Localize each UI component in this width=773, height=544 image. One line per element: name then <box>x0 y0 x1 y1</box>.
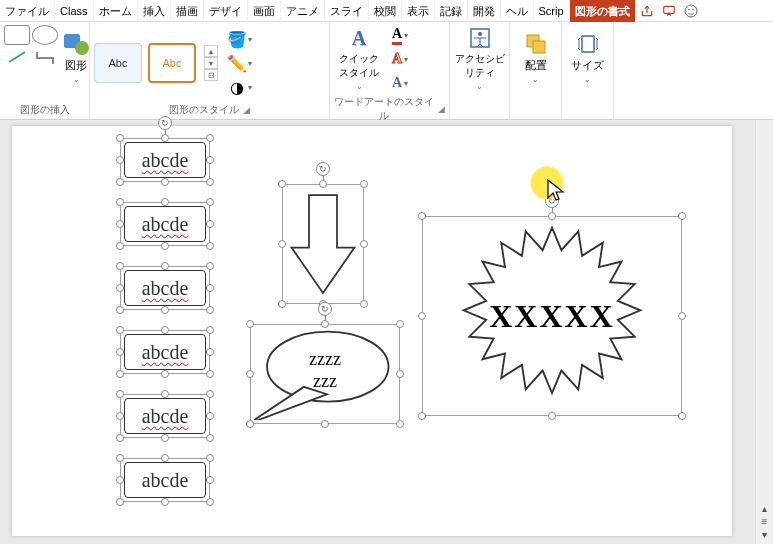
tab-draw[interactable]: 描画 <box>171 0 204 22</box>
scroll-down-icon[interactable]: ▾ <box>762 529 767 540</box>
shape-ellipse-icon <box>32 25 58 45</box>
slide[interactable]: abcde abcde abcde abcde abcde abcde <box>12 126 732 536</box>
tab-developer[interactable]: 開発 <box>468 0 501 22</box>
comments-icon[interactable] <box>658 0 680 22</box>
tab-classroom[interactable]: Class <box>55 0 94 22</box>
menu-bar: ファイル Class ホーム 挿入 描画 デザイ 画面 アニメ スライ 校閲 表… <box>0 0 773 22</box>
size-icon <box>576 32 600 56</box>
group-wordart: A クイック スタイル ⌄ A▾ A▾ A▾ ワードアートのスタイル◢ <box>330 22 450 119</box>
svg-point-6 <box>75 41 89 55</box>
chevron-down-icon: ⌄ <box>476 82 483 91</box>
tab-transitions[interactable]: 画面 <box>248 0 281 22</box>
shape-outline-button[interactable]: ✏️▾ <box>228 53 252 73</box>
launcher-icon[interactable]: ◢ <box>438 104 445 114</box>
text-outline-button[interactable]: A▾ <box>392 49 408 69</box>
rotate-handle[interactable] <box>158 116 172 130</box>
rotate-handle[interactable] <box>318 302 332 316</box>
group-label-size <box>566 104 609 119</box>
bubble-text[interactable]: zzzz zzz <box>266 340 384 402</box>
arrange-button[interactable]: 配置 ⌄ <box>514 25 557 91</box>
tab-script[interactable]: Scrip <box>534 0 570 22</box>
scroll-thumb[interactable]: ≡ <box>762 516 768 527</box>
text-effects-button[interactable]: A▾ <box>392 73 408 93</box>
starburst-text[interactable]: XXXXX <box>428 222 676 410</box>
vertical-scrollbar[interactable]: ▴ ≡ ▾ <box>755 120 773 544</box>
shape-text[interactable]: abcde <box>126 336 204 368</box>
svg-rect-10 <box>533 41 545 53</box>
svg-point-8 <box>478 32 482 36</box>
quick-styles-button[interactable]: A クイック スタイル ⌄ <box>334 26 384 92</box>
svg-rect-11 <box>582 36 594 52</box>
shape-text[interactable]: abcde <box>126 272 204 304</box>
shape-starburst[interactable]: XXXXX <box>422 216 682 416</box>
shapes-button[interactable]: 図形 ⌄ <box>62 25 90 91</box>
shape-style-gallery[interactable]: Abc Abc Abc ▴▾⊟ <box>94 43 218 83</box>
chevron-down-icon: ⌄ <box>584 75 591 84</box>
shape-rect-4[interactable]: abcde <box>120 330 210 374</box>
shape-speech-bubble[interactable]: zzzz zzz <box>250 324 400 424</box>
shape-text[interactable]: abcde <box>126 400 204 432</box>
group-label-accessibility <box>454 104 505 119</box>
tab-help[interactable]: ヘル <box>501 0 534 22</box>
chevron-down-icon: ⌄ <box>356 82 363 91</box>
bucket-icon: 🪣 <box>228 30 246 48</box>
tab-home[interactable]: ホーム <box>94 0 138 22</box>
tab-shape-format[interactable]: 図形の書式 <box>570 0 636 22</box>
group-accessibility: アクセシビ リティ ⌄ <box>450 22 510 119</box>
accessibility-button[interactable]: アクセシビ リティ ⌄ <box>454 25 505 91</box>
shape-rect-5[interactable]: abcde <box>120 394 210 438</box>
style-thumb-3[interactable]: Abc <box>148 43 196 83</box>
chevron-down-icon: ⌄ <box>532 75 539 84</box>
tab-design[interactable]: デザイ <box>204 0 248 22</box>
size-label: サイズ <box>571 58 604 73</box>
arrange-label: 配置 <box>525 58 547 73</box>
shape-text[interactable]: abcde <box>126 144 204 176</box>
shapes-button-label: 図形 <box>65 58 87 73</box>
svg-line-4 <box>9 52 25 62</box>
group-arrange: 配置 ⌄ <box>510 22 562 119</box>
shape-effects-button[interactable]: ◑▾ <box>228 77 252 97</box>
shape-rect-2[interactable]: abcde <box>120 202 210 246</box>
shape-down-arrow[interactable] <box>282 184 364 304</box>
shape-rect-6[interactable]: abcde <box>120 458 210 502</box>
shape-text[interactable]: abcde <box>126 464 204 496</box>
tab-insert[interactable]: 挿入 <box>138 0 171 22</box>
tab-file[interactable]: ファイル <box>0 0 55 22</box>
svg-point-3 <box>692 9 693 10</box>
tab-animations[interactable]: アニメ <box>281 0 325 22</box>
text-effects-icon: A <box>392 75 402 91</box>
group-label-shape-styles: 図形のスタイル◢ <box>94 101 325 119</box>
tab-review[interactable]: 校閲 <box>369 0 402 22</box>
shape-line-icon <box>4 47 30 67</box>
size-button[interactable]: サイズ ⌄ <box>566 25 609 91</box>
accessibility-icon <box>468 26 492 50</box>
launcher-icon[interactable]: ◢ <box>243 105 250 115</box>
style-thumb-1[interactable]: Abc <box>94 43 142 83</box>
shape-text[interactable]: abcde <box>126 208 204 240</box>
face-icon[interactable] <box>680 0 702 22</box>
share-icon[interactable] <box>636 0 658 22</box>
shapes-icon <box>62 32 90 56</box>
shape-fill-button[interactable]: 🪣▾ <box>228 29 252 49</box>
text-fill-button[interactable]: A▾ <box>392 25 408 45</box>
tab-view[interactable]: 表示 <box>402 0 435 22</box>
shape-connector-icon <box>32 47 58 67</box>
tab-slideshow[interactable]: スライ <box>325 0 369 22</box>
rotate-handle[interactable] <box>316 162 330 176</box>
ribbon: 図形 ⌄ 図形の挿入 Abc Abc Abc ▴▾⊟ 🪣▾ ✏️▾ ◑▾ 図形の… <box>0 22 773 120</box>
shapes-gallery-mini[interactable] <box>4 25 58 67</box>
tab-record[interactable]: 記録 <box>435 0 468 22</box>
group-shape-styles: Abc Abc Abc ▴▾⊟ 🪣▾ ✏️▾ ◑▾ 図形のスタイル◢ <box>90 22 330 119</box>
accessibility-label: アクセシビ リティ <box>455 52 505 80</box>
pen-icon: ✏️ <box>228 54 246 72</box>
wordart-a-icon: A <box>352 27 366 50</box>
scroll-up-icon[interactable]: ▴ <box>762 503 767 514</box>
shape-rect-icon <box>4 25 30 45</box>
arrange-icon <box>524 32 548 56</box>
chevron-down-icon: ⌄ <box>73 75 80 84</box>
shape-rect-1[interactable]: abcde <box>120 138 210 182</box>
quick-styles-label: クイック スタイル <box>339 52 379 80</box>
shape-rect-3[interactable]: abcde <box>120 266 210 310</box>
text-outline-icon: A <box>392 51 402 67</box>
gallery-spinner[interactable]: ▴▾⊟ <box>204 45 218 81</box>
